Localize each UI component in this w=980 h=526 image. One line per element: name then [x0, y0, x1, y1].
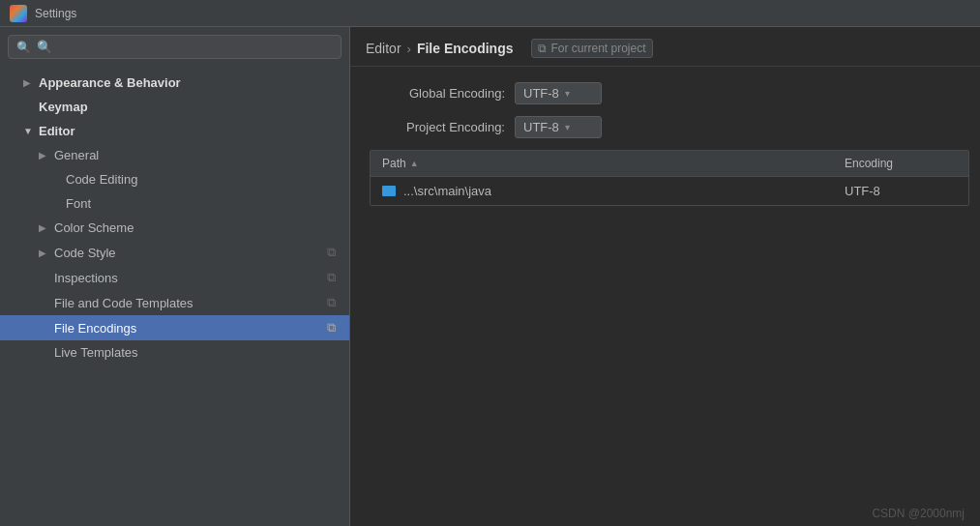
titlebar-title: Settings: [35, 7, 76, 20]
col-encoding-header: Encoding: [833, 151, 968, 176]
right-panel: Editor › File Encodings ⧉ For current pr…: [350, 27, 980, 526]
row-path: ...\src\main\java: [371, 177, 833, 205]
sidebar-item-live-templates[interactable]: ▶ Live Templates: [0, 340, 349, 365]
app-icon: [10, 5, 27, 22]
sidebar-item-keymap[interactable]: ▶ Keymap: [0, 95, 349, 119]
sidebar-item-color-scheme[interactable]: ▶ Color Scheme: [0, 216, 349, 240]
for-current-project-button[interactable]: ⧉ For current project: [531, 39, 653, 58]
sidebar-item-label: File and Code Templates: [54, 296, 193, 310]
search-icon: 🔍: [16, 41, 31, 54]
folder-icon: [382, 186, 396, 196]
breadcrumb: Editor › File Encodings ⧉ For current pr…: [350, 27, 980, 67]
sidebar-item-label: Code Style: [54, 246, 116, 260]
breadcrumb-separator: ›: [407, 42, 411, 56]
content-area: Global Encoding: UTF-8 ▾ Project Encodin…: [350, 67, 980, 501]
arrow-down-icon: ▼: [23, 126, 33, 136]
sidebar-item-label: Color Scheme: [54, 220, 134, 235]
sidebar-item-label: General: [54, 148, 99, 162]
sidebar-item-appearance[interactable]: ▶ Appearance & Behavior: [0, 71, 349, 95]
breadcrumb-editor: Editor: [366, 41, 401, 56]
arrow-icon: ▶: [39, 150, 48, 161]
sidebar-item-inspections[interactable]: ▶ Inspections ⧉: [0, 265, 349, 290]
copy-icon: ⧉: [327, 245, 336, 260]
copy-icon: ⧉: [327, 295, 336, 310]
sidebar-item-editor[interactable]: ▼ Editor: [0, 119, 349, 143]
main-layout: 🔍 ▶ Appearance & Behavior ▶ Keymap ▼ Edi…: [0, 27, 980, 526]
sidebar-item-label: Appearance & Behavior: [39, 75, 181, 90]
sidebar-item-code-editing[interactable]: ▶ Code Editing: [0, 167, 349, 191]
global-encoding-label: Global Encoding:: [370, 86, 505, 101]
encoding-table: Path ▲ Encoding ...\src\main\java UTF-8: [370, 150, 969, 206]
titlebar: Settings: [0, 0, 980, 27]
copy-icon: ⧉: [327, 320, 336, 336]
breadcrumb-current: File Encodings: [417, 41, 514, 56]
sort-icon: ▲: [410, 159, 419, 168]
for-current-project-label: For current project: [551, 42, 646, 55]
arrow-icon: ▶: [39, 222, 48, 233]
sidebar-item-label: Code Editing: [66, 172, 137, 187]
search-input[interactable]: [37, 40, 333, 54]
global-encoding-row: Global Encoding: UTF-8 ▾: [370, 82, 961, 104]
project-encoding-row: Project Encoding: UTF-8 ▾: [370, 116, 961, 138]
sidebar-item-code-style[interactable]: ▶ Code Style ⧉: [0, 240, 349, 265]
sidebar: 🔍 ▶ Appearance & Behavior ▶ Keymap ▼ Edi…: [0, 27, 350, 526]
table-row[interactable]: ...\src\main\java UTF-8: [371, 177, 968, 205]
path-value: ...\src\main\java: [403, 184, 491, 198]
project-encoding-label: Project Encoding:: [370, 120, 505, 134]
project-encoding-value: UTF-8: [523, 120, 559, 134]
sidebar-item-file-encodings[interactable]: ▶ File Encodings ⧉: [0, 315, 349, 340]
footer: CSDN @2000nmj: [350, 501, 980, 526]
sidebar-item-label: File Encodings: [54, 321, 136, 336]
global-encoding-dropdown[interactable]: UTF-8 ▾: [515, 82, 602, 104]
search-box[interactable]: 🔍: [8, 35, 342, 59]
sidebar-item-label: Font: [66, 196, 91, 211]
row-encoding: UTF-8: [833, 177, 968, 205]
dropdown-arrow-icon: ▾: [565, 122, 570, 132]
sidebar-item-label: Editor: [39, 124, 75, 138]
col-encoding-label: Encoding: [845, 157, 893, 170]
copy-icon: ⧉: [327, 270, 336, 285]
sidebar-item-label: Live Templates: [54, 345, 137, 360]
dropdown-arrow-icon: ▾: [565, 88, 570, 99]
sidebar-item-general[interactable]: ▶ General: [0, 143, 349, 167]
sidebar-item-label: Inspections: [54, 271, 118, 285]
arrow-icon: ▶: [39, 248, 48, 258]
watermark: CSDN @2000nmj: [872, 507, 965, 520]
table-header: Path ▲ Encoding: [371, 151, 968, 177]
copy-icon: ⧉: [538, 42, 547, 55]
encoding-value: UTF-8: [845, 184, 880, 198]
sidebar-item-file-and-code-templates[interactable]: ▶ File and Code Templates ⧉: [0, 290, 349, 315]
col-path-header: Path ▲: [371, 151, 833, 176]
col-path-label: Path: [382, 157, 406, 170]
arrow-icon: ▶: [23, 77, 33, 88]
sidebar-tree: ▶ Appearance & Behavior ▶ Keymap ▼ Edito…: [0, 67, 349, 526]
project-encoding-dropdown[interactable]: UTF-8 ▾: [515, 116, 602, 138]
sidebar-item-label: Keymap: [39, 100, 88, 114]
global-encoding-value: UTF-8: [523, 86, 559, 101]
sidebar-item-font[interactable]: ▶ Font: [0, 191, 349, 216]
